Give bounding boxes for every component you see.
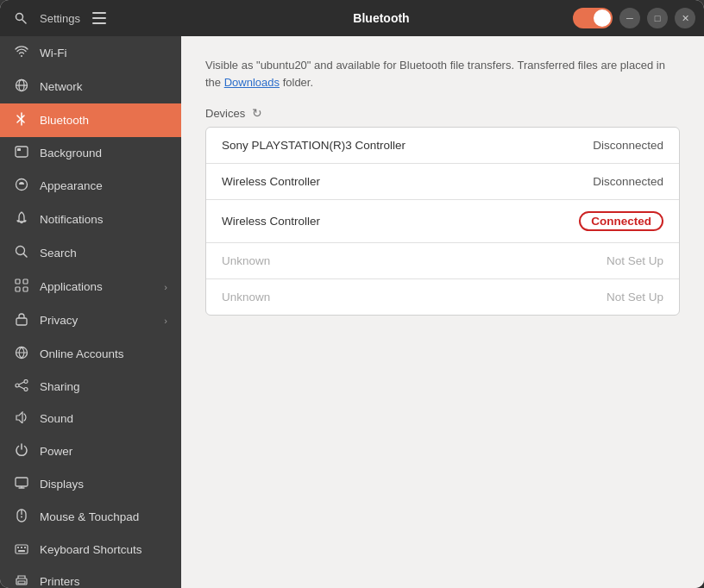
app-title: Settings	[40, 12, 80, 25]
sidebar-item-power[interactable]: Power	[0, 435, 181, 468]
svg-rect-33	[24, 547, 26, 548]
maximize-button[interactable]: □	[647, 8, 668, 28]
device-status: Not Set Up	[607, 254, 663, 267]
keyboard-shortcuts-icon	[14, 542, 29, 557]
network-icon	[14, 78, 29, 95]
content-area: Wi-FiNetworkBluetoothBackgroundAppearanc…	[0, 36, 704, 588]
sharing-icon	[14, 379, 29, 394]
table-row[interactable]: Wireless ControllerDisconnected	[206, 164, 679, 200]
svg-rect-14	[23, 279, 28, 284]
svg-rect-30	[16, 545, 28, 554]
svg-rect-3	[92, 17, 106, 19]
devices-label: Devices	[205, 107, 245, 120]
mouse-touchpad-icon	[14, 509, 29, 525]
sidebar-item-label: Bluetooth	[40, 114, 89, 127]
page-title: Bluetooth	[190, 11, 573, 25]
sidebar-item-appearance[interactable]: Appearance	[0, 169, 181, 203]
table-row[interactable]: UnknownNot Set Up	[206, 243, 679, 279]
sidebar-item-label: Search	[40, 247, 77, 260]
svg-point-0	[16, 14, 23, 21]
svg-point-21	[16, 384, 19, 387]
titlebar: Settings Bluetooth ─ □ ✕	[0, 0, 704, 36]
sidebar-item-label: Keyboard Shortcuts	[40, 543, 142, 556]
svg-rect-16	[23, 287, 28, 291]
svg-rect-8	[16, 147, 28, 157]
sidebar-item-label: Online Accounts	[40, 347, 124, 360]
privacy-icon	[14, 312, 29, 328]
sidebar-item-printers[interactable]: Printers	[0, 566, 181, 588]
svg-line-23	[19, 386, 24, 389]
svg-rect-36	[18, 581, 25, 584]
info-text: Visible as "ubuntu20" and available for …	[205, 57, 680, 91]
search-button[interactable]	[9, 6, 33, 30]
svg-point-29	[21, 516, 22, 518]
device-status: Connected	[579, 211, 663, 231]
svg-rect-9	[17, 148, 21, 151]
sidebar-item-applications[interactable]: Applications›	[0, 270, 181, 303]
devices-table: Sony PLAYSTATION(R)3 ControllerDisconnec…	[205, 127, 680, 316]
sidebar-item-wifi[interactable]: Wi-Fi	[0, 36, 181, 70]
sidebar-item-notifications[interactable]: Notifications	[0, 203, 181, 236]
svg-point-20	[24, 388, 28, 391]
table-row[interactable]: UnknownNot Set Up	[206, 279, 679, 315]
sidebar-item-background[interactable]: Background	[0, 137, 181, 169]
bluetooth-icon	[14, 112, 29, 128]
appearance-icon	[14, 178, 29, 194]
sidebar-item-label: Appearance	[40, 179, 103, 192]
sidebar-item-label: Displays	[40, 478, 84, 491]
device-name: Sony PLAYSTATION(R)3 Controller	[222, 139, 593, 152]
sidebar-item-sound[interactable]: Sound	[0, 403, 181, 435]
sidebar-item-mouse-touchpad[interactable]: Mouse & Touchpad	[0, 500, 181, 534]
device-status: Not Set Up	[607, 291, 663, 303]
device-status: Disconnected	[593, 139, 663, 152]
table-row[interactable]: Sony PLAYSTATION(R)3 ControllerDisconnec…	[206, 128, 679, 164]
device-name: Wireless Controller	[222, 175, 593, 188]
sidebar-item-privacy[interactable]: Privacy›	[0, 303, 181, 337]
displays-icon	[14, 477, 29, 491]
device-status: Disconnected	[593, 175, 663, 188]
sidebar: Wi-FiNetworkBluetoothBackgroundAppearanc…	[0, 36, 181, 588]
sidebar-item-online-accounts[interactable]: Online Accounts	[0, 337, 181, 371]
device-name: Wireless Controller	[222, 215, 579, 228]
sidebar-item-label: Wi-Fi	[40, 47, 66, 59]
svg-rect-4	[92, 22, 106, 24]
main-content: Visible as "ubuntu20" and available for …	[181, 36, 704, 588]
settings-window: Settings Bluetooth ─ □ ✕ Wi-FiNetworkBlu…	[0, 0, 704, 588]
sidebar-item-network[interactable]: Network	[0, 70, 181, 103]
bluetooth-toggle[interactable]	[573, 8, 613, 28]
sidebar-item-search[interactable]: Search	[0, 236, 181, 270]
svg-line-12	[24, 254, 28, 258]
chevron-right-icon: ›	[164, 282, 167, 292]
titlebar-left: Settings	[9, 6, 190, 30]
close-button[interactable]: ✕	[675, 8, 695, 28]
search-icon	[14, 245, 29, 261]
sidebar-item-sharing[interactable]: Sharing	[0, 371, 181, 403]
table-row[interactable]: Wireless ControllerConnected	[206, 200, 679, 243]
minimize-button[interactable]: ─	[619, 8, 640, 28]
svg-rect-24	[16, 478, 28, 486]
sidebar-item-label: Printers	[40, 575, 80, 588]
sidebar-item-label: Network	[40, 80, 83, 93]
notifications-icon	[14, 211, 29, 228]
online-accounts-icon	[14, 346, 29, 362]
wifi-icon	[14, 45, 29, 61]
svg-rect-34	[18, 550, 25, 552]
sound-icon	[14, 411, 29, 426]
sidebar-item-keyboard-shortcuts[interactable]: Keyboard Shortcuts	[0, 534, 181, 566]
sidebar-item-label: Background	[40, 147, 102, 160]
titlebar-controls: ─ □ ✕	[573, 8, 695, 28]
sidebar-item-label: Privacy	[40, 314, 78, 327]
sidebar-item-bluetooth[interactable]: Bluetooth	[0, 103, 181, 137]
hamburger-button[interactable]	[87, 6, 111, 30]
svg-rect-13	[16, 279, 20, 284]
svg-rect-15	[16, 287, 20, 291]
svg-line-1	[22, 20, 26, 23]
svg-rect-31	[17, 547, 19, 548]
svg-point-19	[24, 380, 28, 384]
downloads-link[interactable]: Downloads	[224, 76, 280, 89]
device-name: Unknown	[222, 254, 607, 267]
refresh-icon[interactable]: ↻	[252, 106, 262, 120]
printers-icon	[14, 574, 29, 588]
devices-header: Devices ↻	[205, 106, 680, 120]
sidebar-item-displays[interactable]: Displays	[0, 468, 181, 500]
